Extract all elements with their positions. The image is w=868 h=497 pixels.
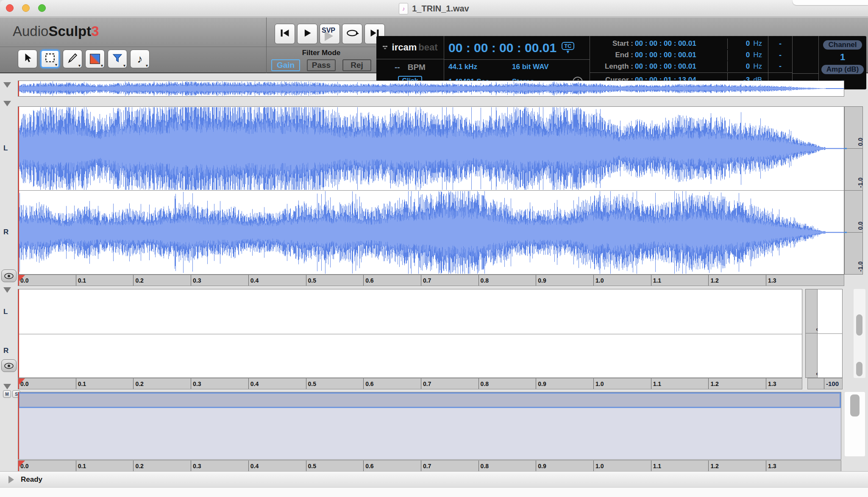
bitdepth-value: 16 bit WAV xyxy=(512,63,573,71)
svp-play-icon: SVP xyxy=(321,27,338,41)
loop-button[interactable] xyxy=(342,24,362,44)
time-ruler-track[interactable]: 0.00.10.20.30.40.50.60.70.80.91.01.11.21… xyxy=(18,460,841,472)
ruler-tick-label: 1.2 xyxy=(708,378,718,389)
filter-tool-button[interactable]: ▾ xyxy=(108,50,127,68)
ruler-tick-label: 0.4 xyxy=(248,461,259,471)
track-scrollbar-track[interactable] xyxy=(845,392,865,456)
tool-dropdown-icon: ▾ xyxy=(146,64,148,67)
status-disclosure-icon[interactable] xyxy=(8,476,14,483)
eye-visibility-button[interactable] xyxy=(1,359,17,372)
length-freq-unit: Hz xyxy=(753,62,762,71)
cursor-arrow-icon xyxy=(22,53,33,65)
amp-pill: Amp (dB) xyxy=(821,65,864,74)
ruler-tick-label: 1.0 xyxy=(593,378,604,389)
note-tool-button[interactable]: ♪ ▾ xyxy=(130,50,150,68)
ruler-tick-label: 0.5 xyxy=(306,461,316,471)
ruler-tick-label: 0.2 xyxy=(133,275,143,286)
channel-value: 1 xyxy=(840,52,845,63)
mid-db-scale: 0 0 xyxy=(806,289,818,378)
pencil-tool-button[interactable]: ▾ xyxy=(63,50,82,68)
right-channel-waveform[interactable] xyxy=(18,191,844,274)
skip-to-start-button[interactable] xyxy=(275,24,295,44)
amp-scale-label: 0.0 xyxy=(857,138,864,146)
ruler-tick-label: 0.9 xyxy=(536,275,546,286)
mainview-disclosure-icon[interactable] xyxy=(3,101,11,106)
time-ruler-mid[interactable]: 0.00.10.20.30.40.50.60.70.80.91.01.11.21… xyxy=(18,378,802,389)
time-ruler-main[interactable]: 0.00.10.20.30.40.50.60.70.80.91.01.11.21… xyxy=(18,275,844,286)
amplitude-scale: 0.0 -1.0 0.0 -1.0 xyxy=(844,106,863,275)
filter-mode-group: Filter Mode Gain Pass Rej xyxy=(267,49,376,71)
ruler-tick-label: 0.9 xyxy=(536,378,546,389)
trackview-disclosure-icon[interactable] xyxy=(3,384,11,389)
start-time: 00 : 00 : 00 : 00.01 xyxy=(635,39,727,48)
filter-rej-button[interactable]: Rej xyxy=(342,59,371,71)
brand-ircam: ircam xyxy=(392,42,417,53)
arrow-tool-button[interactable] xyxy=(18,50,37,68)
length-extra: - xyxy=(768,61,792,72)
ruler-tick-label: 0.7 xyxy=(421,378,431,389)
scrollbar-thumb[interactable] xyxy=(850,394,860,416)
track-lane-panel[interactable] xyxy=(18,392,841,460)
playhead-cursor xyxy=(18,289,19,378)
ruler-tick-label: 0.7 xyxy=(421,461,431,471)
tc-badge[interactable]: TC xyxy=(562,42,574,50)
bpm-value: -- xyxy=(395,63,400,72)
overview-disclosure-icon[interactable] xyxy=(3,82,11,88)
svp-play-button[interactable]: SVP xyxy=(320,24,340,44)
ruler-tick-label: 0.8 xyxy=(479,378,489,389)
overview-waveform-panel[interactable] xyxy=(18,81,844,97)
ruler-tick-label: 0.3 xyxy=(191,461,201,471)
eye-visibility-button[interactable] xyxy=(1,269,17,282)
toolbar-divider-vertical xyxy=(266,17,267,73)
midview-disclosure-icon[interactable] xyxy=(3,287,11,293)
mute-button[interactable]: M xyxy=(3,390,11,398)
start-extra: - xyxy=(768,39,792,49)
marquee-selection-tool-button[interactable]: ▾ xyxy=(40,50,60,68)
start-freq-unit: Hz xyxy=(753,39,762,48)
filter-mode-label: Filter Mode xyxy=(267,49,376,57)
end-freq-unit: Hz xyxy=(753,51,762,59)
eye-icon xyxy=(3,272,14,280)
tool-dropdown-icon: ▾ xyxy=(101,64,103,67)
mid-scrollbar-track[interactable] xyxy=(854,289,865,378)
selection-end-row: End : 00 : 00 : 00 : 00.01 0Hz xyxy=(590,50,768,61)
ruler-tick-label: 1.0 xyxy=(593,275,604,286)
window-bottom-strip xyxy=(0,487,868,497)
play-icon xyxy=(303,28,312,39)
ruler-tick-label: 0.7 xyxy=(421,275,431,286)
length-time: 00 : 00 : 00 : 00.01 xyxy=(635,62,727,71)
ruler-tick-label: 0.5 xyxy=(306,378,316,389)
app-logo-regular: Audio xyxy=(13,23,48,39)
sonogram-tool-button[interactable]: ▾ xyxy=(85,50,105,68)
main-timecode: 00 : 00 : 00 : 00.01 xyxy=(448,41,556,55)
left-channel-waveform[interactable] xyxy=(18,107,844,190)
end-freq: 0 xyxy=(746,51,750,59)
tool-dropdown-icon: ▾ xyxy=(55,63,57,67)
track-lane-header[interactable] xyxy=(18,392,841,408)
timecode-format-toggle[interactable]: TC ▼ xyxy=(562,42,574,54)
ruler-tick-label: 0.4 xyxy=(248,378,259,389)
mid-scale-display xyxy=(818,289,842,378)
scrollbar-thumb[interactable] xyxy=(856,362,862,376)
ruler-tick-label: 0.6 xyxy=(363,461,373,471)
filter-pass-button[interactable]: Pass xyxy=(307,59,336,71)
channel-pill: Channel xyxy=(823,40,862,50)
ruler-tick-label: 1.0 xyxy=(593,461,604,471)
main-waveform-panel[interactable] xyxy=(18,106,844,275)
document-icon: ♪ xyxy=(399,3,408,14)
scrollbar-thumb[interactable] xyxy=(856,314,862,336)
ruler-tick-label: 0.3 xyxy=(191,378,201,389)
play-button[interactable] xyxy=(297,24,317,44)
samplerate-value: 44.1 kHz xyxy=(448,63,512,71)
tc-dropdown-icon: ▼ xyxy=(565,50,570,54)
ruler-tick-label: 0.3 xyxy=(191,275,201,286)
selection-start-row: Start : 00 : 00 : 00 : 00.01 0Hz xyxy=(590,39,768,49)
mid-analysis-panel[interactable] xyxy=(18,289,802,378)
start-freq: 0 xyxy=(746,39,750,48)
end-time: 00 : 00 : 00 : 00.01 xyxy=(635,51,727,59)
overview-waveform[interactable] xyxy=(18,81,844,96)
ruler-tick-label: 1.2 xyxy=(708,275,718,286)
titlebar[interactable]: ♪ 1_TRIN_1.wav xyxy=(0,0,868,17)
ruler-tick-label: 1.3 xyxy=(766,461,776,471)
filter-gain-button[interactable]: Gain xyxy=(271,59,300,71)
